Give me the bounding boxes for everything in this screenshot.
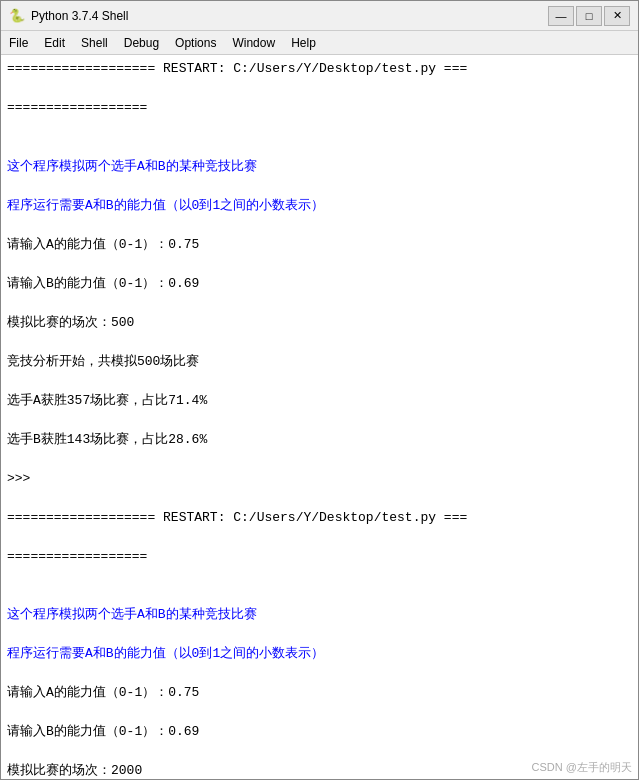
- output-line: =================== RESTART: C:/Users/Y/…: [7, 508, 632, 528]
- output-line: ==================: [7, 98, 632, 118]
- output-line: 这个程序模拟两个选手A和B的某种竞技比赛: [7, 605, 632, 625]
- menu-item-options[interactable]: Options: [167, 34, 224, 52]
- title-bar-left: 🐍 Python 3.7.4 Shell: [9, 8, 128, 24]
- output-line: 请输入B的能力值（0-1）：0.69: [7, 722, 632, 742]
- menu-item-window[interactable]: Window: [224, 34, 283, 52]
- close-button[interactable]: ✕: [604, 6, 630, 26]
- menu-item-help[interactable]: Help: [283, 34, 324, 52]
- shell-output[interactable]: =================== RESTART: C:/Users/Y/…: [1, 55, 638, 779]
- window-title: Python 3.7.4 Shell: [31, 9, 128, 23]
- menu-item-file[interactable]: File: [1, 34, 36, 52]
- menu-item-edit[interactable]: Edit: [36, 34, 73, 52]
- output-line: 这个程序模拟两个选手A和B的某种竞技比赛: [7, 157, 632, 177]
- title-bar: 🐍 Python 3.7.4 Shell — □ ✕: [1, 1, 638, 31]
- menu-item-shell[interactable]: Shell: [73, 34, 116, 52]
- maximize-button[interactable]: □: [576, 6, 602, 26]
- output-line: 请输入A的能力值（0-1）：0.75: [7, 683, 632, 703]
- output-line: =================== RESTART: C:/Users/Y/…: [7, 59, 632, 79]
- output-line: 模拟比赛的场次：500: [7, 313, 632, 333]
- menu-bar: FileEditShellDebugOptionsWindowHelp: [1, 31, 638, 55]
- menu-item-debug[interactable]: Debug: [116, 34, 167, 52]
- output-line: 竞技分析开始，共模拟500场比赛: [7, 352, 632, 372]
- minimize-button[interactable]: —: [548, 6, 574, 26]
- main-window: 🐍 Python 3.7.4 Shell — □ ✕ FileEditShell…: [0, 0, 639, 780]
- output-line: 选手A获胜357场比赛，占比71.4%: [7, 391, 632, 411]
- watermark: CSDN @左手的明天: [532, 759, 632, 776]
- window-controls: — □ ✕: [548, 6, 630, 26]
- output-line: 程序运行需要A和B的能力值（以0到1之间的小数表示）: [7, 644, 632, 664]
- python-icon: 🐍: [9, 8, 25, 24]
- output-lines: =================== RESTART: C:/Users/Y/…: [7, 59, 632, 779]
- output-line: 请输入B的能力值（0-1）：0.69: [7, 274, 632, 294]
- output-line: 程序运行需要A和B的能力值（以0到1之间的小数表示）: [7, 196, 632, 216]
- output-line: ==================: [7, 547, 632, 567]
- output-line: 请输入A的能力值（0-1）：0.75: [7, 235, 632, 255]
- output-line: >>>: [7, 469, 632, 489]
- output-line: 选手B获胜143场比赛，占比28.6%: [7, 430, 632, 450]
